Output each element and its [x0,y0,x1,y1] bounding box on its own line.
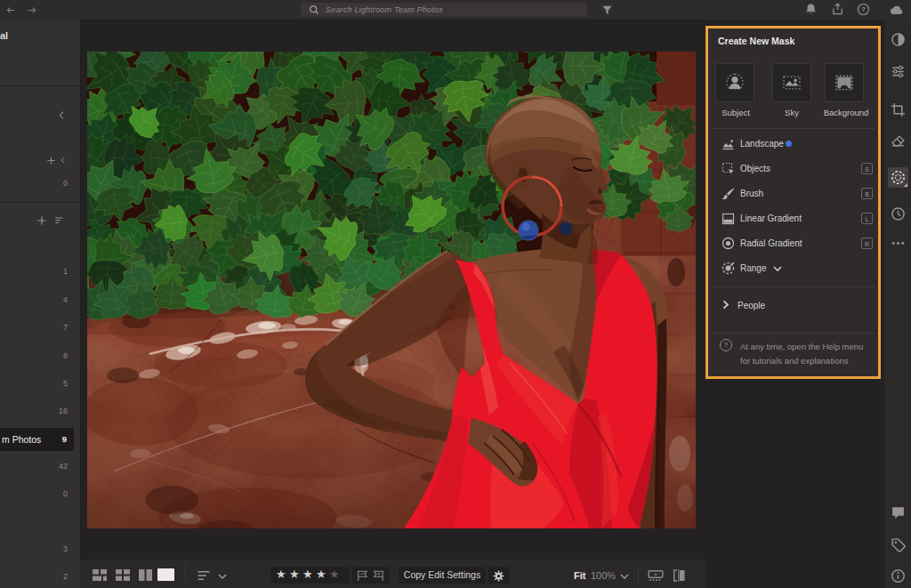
svg-text:?: ? [861,5,866,13]
